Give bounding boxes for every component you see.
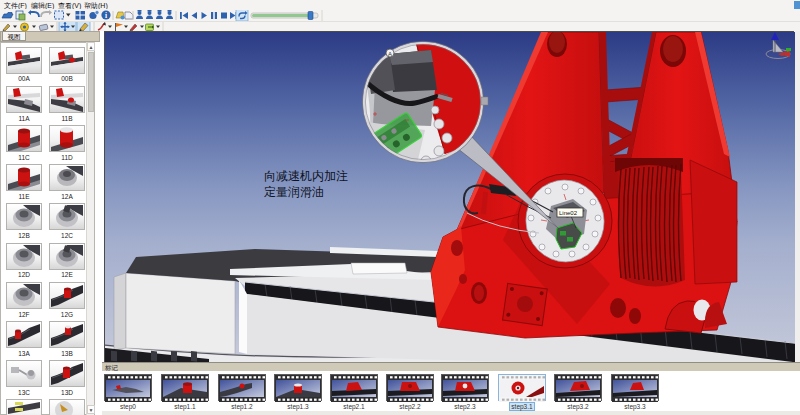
svg-text:Line02: Line02 — [559, 210, 578, 216]
svg-text:定量润滑油: 定量润滑油 — [264, 185, 324, 199]
svg-text:i: i — [105, 11, 107, 20]
svg-text:A: A — [388, 51, 392, 57]
svg-text:向减速机内加注: 向减速机内加注 — [264, 169, 348, 183]
